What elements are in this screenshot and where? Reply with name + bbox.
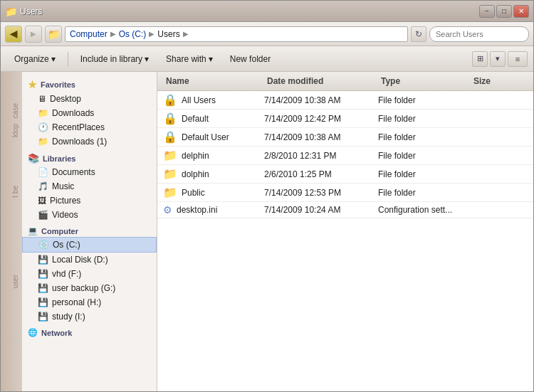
main-content: case ktop t be user ★ Favorites 🖥 Deskto… bbox=[1, 72, 533, 391]
maximize-button[interactable]: □ bbox=[496, 5, 512, 18]
file-name-3: delphin bbox=[182, 151, 209, 161]
file-name-cell: 📁 dolphin bbox=[163, 167, 264, 181]
file-type-1: File folder bbox=[378, 114, 471, 124]
share-with-button[interactable]: Share with ▾ bbox=[158, 49, 221, 69]
pictures-label: Pictures bbox=[50, 196, 80, 206]
breadcrumb-computer[interactable]: Computer bbox=[70, 29, 108, 39]
file-name-4: dolphin bbox=[182, 169, 209, 179]
sidebar-item-os-c[interactable]: 💿 Os (C:) bbox=[22, 237, 157, 253]
breadcrumb-drive[interactable]: Os (C:) bbox=[119, 29, 147, 39]
sidebar-item-desktop[interactable]: 🖥 Desktop bbox=[22, 92, 157, 106]
folder-icon: 📁 bbox=[163, 186, 177, 199]
network-header[interactable]: 🌐 Network bbox=[22, 325, 157, 339]
personal-h-icon: 💾 bbox=[38, 297, 48, 307]
computer-section: 💻 Computer 💿 Os (C:) 💾 Local Disk (D:) 💾… bbox=[22, 223, 157, 324]
downloads-label: Downloads bbox=[52, 108, 94, 118]
sidebar-item-documents[interactable]: 📄 Documents bbox=[22, 165, 157, 179]
videos-icon: 🎬 bbox=[38, 210, 48, 220]
minimize-button[interactable]: − bbox=[479, 5, 495, 18]
music-label: Music bbox=[52, 181, 74, 191]
recent-places-icon: 🕐 bbox=[38, 122, 48, 132]
file-list: Name Date modified Type Size 🔒 All Users… bbox=[157, 72, 533, 391]
title-bar-controls: − □ ✕ bbox=[479, 5, 529, 18]
left-text-4: user bbox=[1, 272, 22, 291]
search-input[interactable] bbox=[429, 26, 529, 42]
table-row[interactable]: 📁 Public 7/14/2009 12:53 PM File folder bbox=[157, 184, 533, 202]
refresh-button[interactable]: ↻ bbox=[411, 26, 426, 42]
network-label: Network bbox=[41, 329, 72, 337]
star-icon: ★ bbox=[28, 79, 37, 90]
left-text-2: ktop bbox=[1, 121, 22, 140]
recent-places-label: RecentPlaces bbox=[52, 122, 105, 132]
col-date-header[interactable]: Date modified bbox=[264, 75, 378, 88]
share-with-label: Share with bbox=[166, 54, 206, 64]
details-toggle-button[interactable]: ≡ bbox=[508, 51, 528, 67]
sidebar-item-pictures[interactable]: 🖼 Pictures bbox=[22, 194, 157, 208]
close-button[interactable]: ✕ bbox=[513, 5, 529, 18]
file-name-2: Default User bbox=[182, 132, 229, 142]
organize-label: Organize bbox=[14, 54, 49, 64]
new-folder-button[interactable]: New folder bbox=[222, 49, 278, 69]
libraries-header[interactable]: 📚 Libraries bbox=[22, 150, 157, 165]
vhd-f-icon: 💾 bbox=[38, 269, 48, 279]
toolbar: Organize ▾ Include in library ▾ Share wi… bbox=[1, 46, 533, 72]
sidebar-item-downloads[interactable]: 📁 Downloads bbox=[22, 106, 157, 120]
sidebar-item-personal-h[interactable]: 💾 personal (H:) bbox=[22, 295, 157, 309]
local-d-label: Local Disk (D:) bbox=[52, 255, 108, 265]
user-backup-g-label: user backup (G:) bbox=[52, 283, 115, 293]
videos-label: Videos bbox=[52, 210, 78, 220]
file-date-3: 2/8/2010 12:31 PM bbox=[264, 151, 378, 161]
sidebar-item-downloads2[interactable]: 📁 Downloads (1) bbox=[22, 134, 157, 149]
documents-icon: 📄 bbox=[38, 167, 48, 177]
table-row[interactable]: 📁 delphin 2/8/2010 12:31 PM File folder bbox=[157, 147, 533, 165]
desktop-label: Desktop bbox=[50, 94, 81, 104]
back-button[interactable]: ◀ bbox=[5, 26, 22, 43]
favorites-header[interactable]: ★ Favorites bbox=[22, 76, 157, 92]
folder-lock-icon: 🔒 bbox=[163, 112, 177, 125]
downloads-folder-icon: 📁 bbox=[38, 108, 48, 118]
desktop-icon: 🖥 bbox=[38, 94, 46, 104]
sidebar-item-study-i[interactable]: 💾 study (I:) bbox=[22, 309, 157, 324]
toolbar-separator-1 bbox=[68, 52, 68, 66]
sidebar-item-videos[interactable]: 🎬 Videos bbox=[22, 208, 157, 222]
vhd-f-label: vhd (F:) bbox=[52, 269, 81, 279]
downloads2-label: Downloads (1) bbox=[52, 137, 107, 147]
sidebar-item-recent-places[interactable]: 🕐 RecentPlaces bbox=[22, 120, 157, 134]
study-i-icon: 💾 bbox=[38, 312, 48, 322]
sidebar-item-music[interactable]: 🎵 Music bbox=[22, 179, 157, 194]
breadcrumb-folder: Users bbox=[157, 29, 179, 39]
breadcrumb: Computer ▶ Os (C:) ▶ Users ▶ bbox=[65, 26, 408, 42]
ini-file-icon: ⚙ bbox=[163, 204, 172, 216]
breadcrumb-arrow-3: ▶ bbox=[183, 30, 189, 38]
col-name-header[interactable]: Name bbox=[163, 75, 264, 88]
sidebar: ★ Favorites 🖥 Desktop 📁 Downloads 🕐 Rece… bbox=[22, 72, 157, 391]
file-date-0: 7/14/2009 10:38 AM bbox=[264, 95, 378, 105]
favorites-label: Favorites bbox=[41, 80, 75, 89]
table-row[interactable]: ⚙ desktop.ini 7/14/2009 10:24 AM Configu… bbox=[157, 202, 533, 218]
view-toggle-button[interactable]: ⊞ bbox=[472, 51, 488, 67]
table-row[interactable]: 🔒 All Users 7/14/2009 10:38 AM File fold… bbox=[157, 91, 533, 110]
organize-button[interactable]: Organize ▾ bbox=[6, 49, 63, 69]
forward-button[interactable]: ▶ bbox=[25, 26, 42, 43]
computer-icon: 💻 bbox=[28, 226, 38, 235]
computer-header[interactable]: 💻 Computer bbox=[22, 223, 157, 237]
sidebar-item-local-d[interactable]: 💾 Local Disk (D:) bbox=[22, 253, 157, 267]
file-type-4: File folder bbox=[378, 169, 471, 179]
sidebar-item-user-backup-g[interactable]: 💾 user backup (G:) bbox=[22, 281, 157, 295]
view-dropdown-button[interactable]: ▾ bbox=[490, 51, 506, 67]
table-row[interactable]: 📁 dolphin 2/6/2010 1:25 PM File folder bbox=[157, 165, 533, 184]
col-type-header[interactable]: Type bbox=[378, 75, 471, 88]
breadcrumb-arrow-2: ▶ bbox=[149, 30, 155, 38]
col-size-header[interactable]: Size bbox=[471, 75, 528, 88]
organize-dropdown-icon: ▾ bbox=[51, 54, 56, 64]
address-bar: ◀ ▶ 📁 Computer ▶ Os (C:) ▶ Users ▶ ↻ bbox=[1, 22, 533, 46]
file-name-1: Default bbox=[182, 114, 209, 124]
folder-icon: 📁 bbox=[163, 149, 177, 162]
up-button[interactable]: 📁 bbox=[45, 26, 62, 43]
table-row[interactable]: 🔒 Default User 7/14/2009 10:38 AM File f… bbox=[157, 128, 533, 147]
sidebar-item-vhd-f[interactable]: 💾 vhd (F:) bbox=[22, 267, 157, 281]
include-library-button[interactable]: Include in library ▾ bbox=[73, 49, 157, 69]
pictures-icon: 🖼 bbox=[38, 196, 46, 206]
table-row[interactable]: 🔒 Default 7/14/2009 12:42 PM File folder bbox=[157, 110, 533, 128]
folder-lock-icon: 🔒 bbox=[163, 93, 177, 107]
